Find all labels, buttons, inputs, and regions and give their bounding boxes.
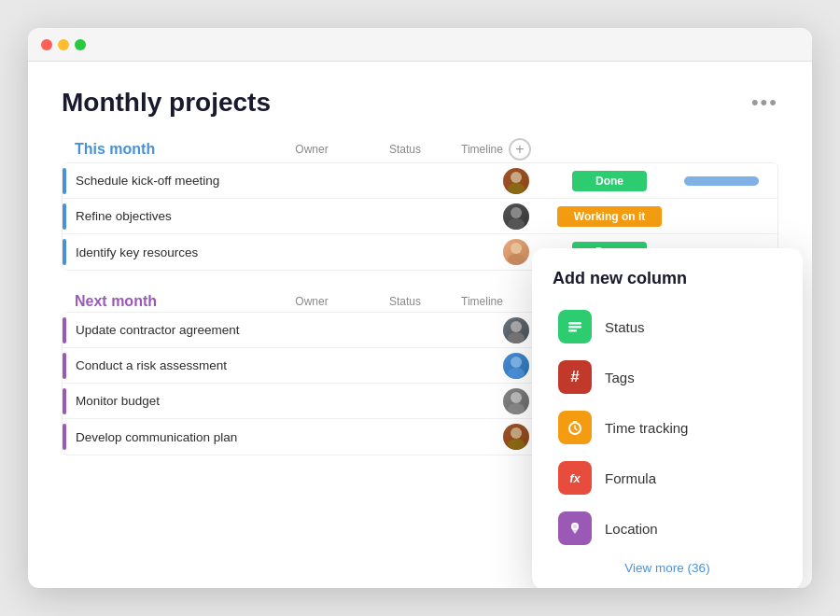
row-task-name: Monitor budget [76, 394, 479, 408]
avatar-image [503, 388, 529, 414]
col-label-status-1: Status [349, 143, 461, 156]
avatar-image [503, 168, 529, 194]
table-row: Schedule kick-off meeting Done [63, 163, 777, 199]
more-options-button[interactable]: ••• [751, 91, 778, 115]
col-label-timeline-1: Timeline + [461, 138, 573, 161]
col-label-status-2: Status [349, 295, 461, 308]
col-label-owner-1: Owner [274, 143, 349, 156]
dropdown-item-formula[interactable]: fx Formula [553, 453, 782, 503]
column-labels-this-month: Owner Status Timeline + [274, 138, 778, 161]
svg-point-4 [511, 243, 522, 254]
row-indicator [63, 317, 66, 343]
avatar-image [503, 353, 529, 379]
svg-point-9 [508, 368, 525, 379]
svg-point-12 [511, 427, 522, 439]
dropdown-item-location[interactable]: Location [553, 503, 782, 553]
svg-point-3 [508, 218, 525, 230]
avatar-image [503, 239, 529, 265]
status-badge: Working on it [557, 206, 662, 227]
svg-rect-15 [568, 326, 581, 329]
avatar [503, 203, 529, 230]
avatar [503, 388, 529, 414]
table-row: Refine objectives Working on it [63, 199, 777, 234]
dropdown-item-tags[interactable]: # Tags [553, 352, 782, 402]
row-task-name: Refine objectives [76, 209, 479, 223]
row-task-name: Identify key resources [76, 245, 479, 259]
row-status: Working on it [553, 206, 665, 227]
svg-point-2 [511, 207, 522, 218]
dropdown-item-status[interactable]: Status [553, 301, 782, 352]
row-indicator [63, 168, 66, 194]
avatar [503, 168, 529, 194]
status-badge: Done [572, 171, 647, 191]
svg-rect-16 [568, 329, 577, 332]
svg-point-0 [511, 172, 522, 183]
titlebar [28, 28, 812, 62]
col-label-owner-2: Owner [274, 295, 349, 308]
row-indicator [63, 239, 66, 265]
row-status: Done [553, 171, 665, 191]
avatar [503, 239, 529, 265]
svg-point-5 [508, 254, 525, 265]
page-title: Monthly projects [62, 88, 271, 118]
row-indicator [63, 424, 66, 450]
minimize-dot[interactable] [58, 39, 69, 50]
row-indicator [63, 353, 66, 379]
timeline-bar [684, 176, 759, 186]
this-month-header-row: This month Owner Status Timeline + [62, 138, 778, 161]
avatar [503, 424, 529, 450]
row-indicator [63, 388, 66, 414]
app-window: Monthly projects ••• This month Owner St… [28, 28, 812, 588]
row-timeline [665, 176, 777, 186]
avatar-image [503, 203, 529, 230]
dropdown-item-time-tracking[interactable]: Time tracking [553, 402, 782, 453]
svg-point-10 [511, 392, 522, 403]
close-dot[interactable] [41, 39, 52, 50]
row-task-name: Schedule kick-off meeting [76, 174, 479, 188]
view-more-button[interactable]: View more (36) [553, 561, 782, 575]
dropdown-item-label: Status [605, 319, 645, 335]
dropdown-item-label: Tags [605, 370, 635, 385]
avatar-image [503, 317, 529, 343]
formula-icon: fx [558, 461, 592, 495]
add-column-dropdown: Add new column Status # Tags [532, 248, 803, 588]
section-title-this-month: This month [75, 141, 155, 158]
status-icon [558, 310, 592, 343]
svg-rect-18 [573, 421, 577, 423]
dropdown-title: Add new column [553, 269, 782, 288]
tags-icon: # [558, 360, 592, 394]
svg-rect-14 [568, 322, 581, 325]
add-column-button-1[interactable]: + [509, 138, 531, 161]
svg-point-7 [508, 332, 525, 343]
traffic-lights [41, 39, 86, 50]
svg-point-8 [511, 357, 522, 368]
row-indicator [63, 203, 66, 230]
row-task-name: Conduct a risk assessment [76, 358, 479, 372]
time-tracking-icon [558, 411, 592, 444]
dropdown-item-label: Time tracking [605, 420, 688, 436]
svg-point-1 [508, 183, 525, 194]
row-owner-avatar [479, 203, 553, 230]
page-header: Monthly projects ••• [62, 88, 778, 118]
location-icon [558, 511, 592, 545]
avatar-image [503, 424, 529, 450]
svg-point-11 [508, 403, 525, 414]
maximize-dot[interactable] [75, 39, 86, 50]
row-owner-avatar [479, 168, 553, 194]
dropdown-item-label: Location [605, 521, 658, 537]
svg-point-13 [508, 439, 525, 450]
dropdown-item-label: Formula [605, 470, 656, 486]
avatar [503, 317, 529, 343]
row-task-name: Develop communication plan [76, 430, 479, 444]
main-content: Monthly projects ••• This month Owner St… [28, 62, 812, 588]
row-task-name: Update contractor agreement [76, 323, 479, 337]
avatar [503, 353, 529, 379]
section-title-next-month: Next month [75, 293, 157, 310]
svg-point-6 [511, 321, 522, 332]
